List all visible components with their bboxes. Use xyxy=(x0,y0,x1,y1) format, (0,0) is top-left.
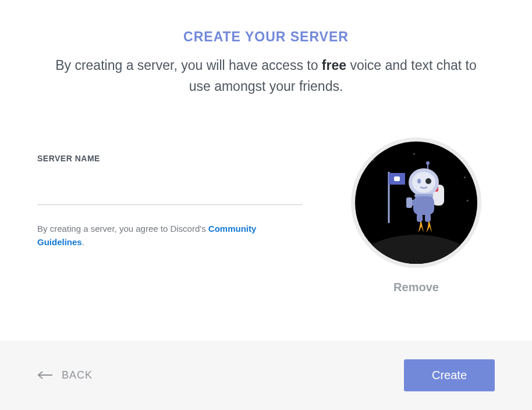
arrow-left-icon xyxy=(37,371,54,380)
server-icon-area: Remove xyxy=(338,137,495,294)
star-icon xyxy=(413,153,415,155)
svg-rect-12 xyxy=(413,196,434,215)
clyde-robot-icon xyxy=(373,160,460,236)
back-button[interactable]: BACK xyxy=(37,369,93,381)
description-bold: free xyxy=(322,58,346,73)
svg-point-10 xyxy=(417,179,421,183)
modal-content: CREATE YOUR SERVER By creating a server,… xyxy=(0,0,532,341)
server-name-section: SERVER NAME By creating a server, you ag… xyxy=(37,137,303,249)
svg-point-9 xyxy=(425,178,431,184)
tos-text-prefix: By creating a server, you agree to Disco… xyxy=(37,224,208,234)
back-button-label: BACK xyxy=(62,369,93,381)
server-icon-upload[interactable] xyxy=(351,137,481,268)
tos-text: By creating a server, you agree to Disco… xyxy=(37,222,303,249)
moon-surface-icon xyxy=(351,235,481,268)
svg-point-8 xyxy=(412,172,435,193)
server-name-label: SERVER NAME xyxy=(37,154,303,163)
svg-rect-2 xyxy=(394,176,400,181)
star-icon xyxy=(464,176,466,178)
modal-footer: BACK Create xyxy=(0,341,532,410)
server-name-input[interactable] xyxy=(37,177,303,205)
svg-rect-14 xyxy=(406,197,412,208)
tos-text-suffix: . xyxy=(82,237,84,247)
svg-point-4 xyxy=(426,161,430,165)
svg-rect-16 xyxy=(425,214,431,222)
remove-icon-button[interactable]: Remove xyxy=(393,281,439,294)
modal-description: By creating a server, you will have acce… xyxy=(37,55,495,97)
description-pre: By creating a server, you will have acce… xyxy=(55,58,322,73)
form-area: SERVER NAME By creating a server, you ag… xyxy=(37,137,495,294)
star-icon xyxy=(467,200,469,202)
modal-title: CREATE YOUR SERVER xyxy=(37,29,495,45)
svg-rect-15 xyxy=(417,214,423,222)
create-button[interactable]: Create xyxy=(404,359,495,391)
